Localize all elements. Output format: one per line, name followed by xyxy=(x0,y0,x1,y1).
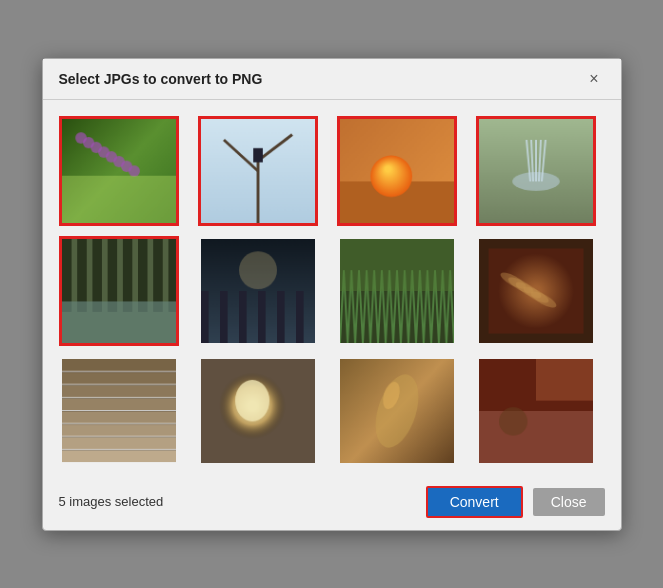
image-item[interactable] xyxy=(198,356,318,466)
convert-button[interactable]: Convert xyxy=(426,486,523,518)
image-thumbnail xyxy=(479,239,593,343)
image-item[interactable] xyxy=(476,116,596,226)
dialog-header: Select JPGs to convert to PNG × xyxy=(43,59,621,100)
image-thumbnail xyxy=(479,119,593,223)
image-item[interactable] xyxy=(59,236,179,346)
image-item[interactable] xyxy=(59,356,179,466)
selected-count-text: 5 images selected xyxy=(59,494,164,509)
image-thumbnail xyxy=(479,359,593,463)
image-item[interactable] xyxy=(198,236,318,346)
close-icon-button[interactable]: × xyxy=(583,69,604,89)
dialog-footer: 5 images selected Convert Close xyxy=(43,476,621,530)
image-grid xyxy=(59,116,605,466)
image-thumbnail xyxy=(340,119,454,223)
image-item[interactable] xyxy=(476,236,596,346)
image-item[interactable] xyxy=(476,356,596,466)
dialog-title: Select JPGs to convert to PNG xyxy=(59,71,263,87)
image-thumbnail xyxy=(201,239,315,343)
close-button[interactable]: Close xyxy=(533,488,605,516)
dialog-body xyxy=(43,100,621,476)
image-item[interactable] xyxy=(198,116,318,226)
image-thumbnail xyxy=(62,359,176,463)
image-thumbnail xyxy=(62,119,176,223)
image-item[interactable] xyxy=(59,116,179,226)
image-thumbnail xyxy=(62,239,176,343)
image-item[interactable] xyxy=(337,116,457,226)
image-thumbnail xyxy=(340,239,454,343)
image-thumbnail xyxy=(340,359,454,463)
image-thumbnail xyxy=(201,119,315,223)
dialog: Select JPGs to convert to PNG × 5 images… xyxy=(42,58,622,531)
image-item[interactable] xyxy=(337,236,457,346)
image-thumbnail xyxy=(201,359,315,463)
image-item[interactable] xyxy=(337,356,457,466)
